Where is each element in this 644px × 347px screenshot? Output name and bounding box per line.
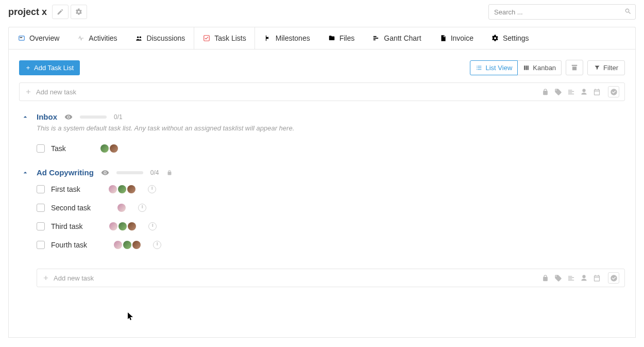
timer-icon[interactable] [148,185,156,193]
assignee-avatar[interactable] [117,204,126,212]
tab-label: Gantt Chart [384,34,421,42]
assignee-avatar[interactable] [114,241,122,249]
add-task-row-top [19,82,625,101]
task-title: Second task [51,204,91,212]
visibility-icon[interactable] [101,169,109,177]
task-lists-panel: Add Task List List View Kanban Filter [8,49,636,338]
tab-gantt[interactable]: Gantt Chart [363,27,430,49]
task-checkbox[interactable] [37,204,45,212]
tab-milestones[interactable]: Milestones [255,27,319,49]
assignee-avatar[interactable] [128,222,136,230]
task-row[interactable]: Fourth task [21,236,625,254]
assignee-group [109,222,136,230]
archive-button[interactable] [566,60,583,75]
task-row[interactable]: Third task [21,217,625,236]
submit-task-icon[interactable] [608,86,619,97]
folder-icon [328,34,336,42]
tab-label: Milestones [276,34,310,42]
assignee-group [114,241,141,249]
progress-bar [80,115,107,119]
timer-icon[interactable] [138,204,146,212]
assignee-group [117,204,126,212]
assignee-avatar[interactable] [123,241,131,249]
tab-task-lists[interactable]: Task Lists [194,27,255,49]
assignee-avatar[interactable] [100,144,109,153]
task-list-section: Inbox 0/1 This is a system default task … [19,112,625,158]
submit-task-icon[interactable] [608,272,619,284]
edit-project-button[interactable] [52,5,69,19]
assignee-avatar[interactable] [118,185,126,193]
description-icon[interactable] [567,88,575,96]
assignee-icon[interactable] [580,274,588,282]
tab-bar: OverviewActivitiesDiscussionsTask ListsM… [8,27,636,49]
tab-label: Discussions [147,34,185,42]
task-list-header: Inbox 0/1 [21,112,625,121]
task-checkbox[interactable] [37,144,45,153]
assignee-group [109,185,135,193]
task-list-title[interactable]: Inbox [37,112,57,121]
assignee-avatar[interactable] [110,144,118,153]
assignee-avatar[interactable] [109,222,117,230]
description-icon[interactable] [567,274,575,282]
kanban-view-button[interactable]: Kanban [518,60,562,75]
plus-icon [25,88,32,95]
lock-icon [166,170,173,176]
task-row[interactable]: Second task [21,199,625,217]
task-row[interactable]: First task [21,180,625,199]
add-task-row-list [37,269,625,287]
filter-button[interactable]: Filter [587,60,625,75]
tab-label: Overview [29,34,59,42]
bars-icon [372,34,380,42]
due-date-icon[interactable] [593,88,601,96]
kanban-view-label: Kanban [533,64,556,72]
timer-icon[interactable] [148,222,157,230]
timer-icon[interactable] [153,241,161,249]
tab-overview[interactable]: Overview [9,27,68,49]
add-task-input-list[interactable] [54,274,541,282]
check-icon [202,34,211,42]
plus-icon [42,274,49,282]
tag-icon[interactable] [554,274,562,282]
task-list-description: This is a system default task list. Any … [37,124,625,132]
project-title: project x [8,7,47,18]
privacy-icon[interactable] [541,88,549,96]
task-list-title[interactable]: Ad Copywriting [37,168,94,177]
collapse-icon[interactable] [21,113,29,121]
gear-icon [491,34,499,42]
tag-icon[interactable] [554,88,562,96]
task-list-section: Ad Copywriting 0/4 First task Second tas… [19,168,625,287]
add-task-list-button[interactable]: Add Task List [19,60,80,75]
search-input[interactable] [488,4,636,20]
task-checkbox[interactable] [37,185,45,193]
search-icon [624,8,632,16]
task-list-header: Ad Copywriting 0/4 [21,168,625,177]
task-checkbox[interactable] [37,241,45,249]
filter-label: Filter [603,64,618,72]
mouse-cursor [128,312,134,322]
flag-icon [264,34,272,42]
tab-files[interactable]: Files [319,27,364,49]
assignee-avatar[interactable] [127,185,135,193]
card-icon [18,34,26,42]
tab-activities[interactable]: Activities [68,27,126,49]
assignee-icon[interactable] [580,88,588,96]
task-count: 0/4 [150,169,159,176]
due-date-icon[interactable] [593,274,601,282]
people-icon [135,34,143,42]
add-task-input-top[interactable] [36,88,541,96]
tab-label: Settings [503,34,529,42]
assignee-avatar[interactable] [118,222,127,230]
collapse-icon[interactable] [21,169,29,177]
tab-label: Task Lists [214,34,246,42]
assignee-avatar[interactable] [132,241,141,249]
project-settings-button[interactable] [71,5,87,19]
assignee-avatar[interactable] [109,185,117,193]
list-view-button[interactable]: List View [470,60,518,75]
tab-discussions[interactable]: Discussions [126,27,194,49]
privacy-icon[interactable] [541,274,549,282]
task-row[interactable]: Task [21,139,625,158]
visibility-icon[interactable] [64,113,73,121]
tab-settings[interactable]: Settings [482,27,538,49]
task-checkbox[interactable] [37,222,45,230]
tab-invoice[interactable]: Invoice [430,27,482,49]
